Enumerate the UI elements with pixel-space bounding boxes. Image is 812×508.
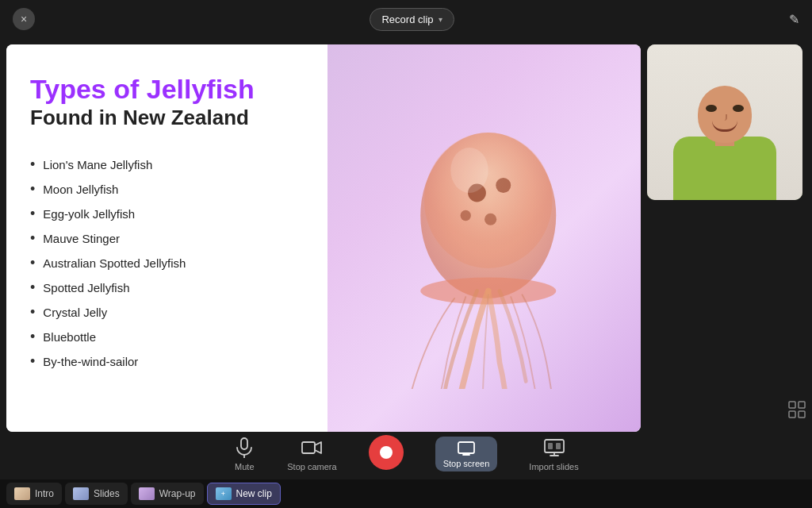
list-item: Egg-yolk Jellyfish <box>30 202 304 226</box>
strip-item-new-clip[interactable]: + New clip <box>207 483 281 505</box>
record-button-wrapper <box>369 435 404 473</box>
svg-rect-19 <box>548 443 553 449</box>
list-item: Australian Spotted Jellyfish <box>30 251 304 275</box>
new-clip-label: New clip <box>236 488 272 499</box>
bottom-toolbar: Mute Stop camera Stop screen <box>0 429 812 479</box>
wrapup-label: Wrap-up <box>159 488 196 499</box>
slide-title-sub: Found in New Zealand <box>30 106 304 130</box>
import-slides-button[interactable]: Import slides <box>529 437 578 471</box>
mute-button[interactable]: Mute <box>233 437 255 471</box>
slide-text-panel: Types of Jellyfish Found in New Zealand … <box>6 44 327 432</box>
svg-point-4 <box>485 214 496 225</box>
intro-label: Intro <box>35 488 54 499</box>
svg-rect-16 <box>545 440 564 452</box>
svg-point-3 <box>496 178 511 193</box>
jellyfish-list: Lion's Mane Jellyfish Moon Jellyfish Egg… <box>30 152 304 374</box>
list-item: Lion's Mane Jellyfish <box>30 152 304 177</box>
svg-rect-20 <box>556 443 561 449</box>
bottom-strip: Intro Slides Wrap-up + New clip <box>0 479 812 508</box>
record-button[interactable] <box>369 435 404 470</box>
record-button-inner <box>380 446 393 459</box>
mic-icon <box>233 437 255 459</box>
chevron-down-icon: ▾ <box>439 15 442 24</box>
grid-view-button[interactable] <box>788 401 806 422</box>
stop-screen-inner: Stop screen <box>435 437 498 471</box>
import-slides-label: Import slides <box>529 462 578 471</box>
camera-icon <box>301 437 323 459</box>
record-clip-label: Record clip <box>381 13 433 25</box>
slide-image-panel <box>327 44 641 432</box>
camera-view <box>647 44 802 200</box>
svg-rect-10 <box>789 411 795 418</box>
stop-camera-label: Stop camera <box>287 462 336 471</box>
strip-item-intro[interactable]: Intro <box>6 483 62 505</box>
svg-point-7 <box>450 148 488 193</box>
list-item: Crystal Jelly <box>30 300 304 325</box>
list-item: Spotted Jellyfish <box>30 275 304 300</box>
stop-camera-button[interactable]: Stop camera <box>287 437 336 471</box>
svg-rect-12 <box>241 438 247 449</box>
list-item: Bluebottle <box>30 325 304 349</box>
wrapup-thumbnail <box>139 487 155 500</box>
import-slides-icon <box>543 437 565 459</box>
strip-item-wrapup[interactable]: Wrap-up <box>131 483 204 505</box>
jellyfish-image <box>327 44 641 432</box>
screen-share-icon <box>458 440 475 457</box>
presentation-slide: Types of Jellyfish Found in New Zealand … <box>6 44 641 432</box>
svg-rect-9 <box>799 402 805 408</box>
svg-point-1 <box>424 133 553 268</box>
list-item: Moon Jellyfish <box>30 177 304 202</box>
slides-thumbnail <box>73 487 89 500</box>
mute-label: Mute <box>235 462 254 471</box>
svg-rect-8 <box>789 402 795 408</box>
svg-rect-14 <box>302 442 315 453</box>
svg-rect-11 <box>799 411 805 418</box>
slides-label: Slides <box>94 488 120 499</box>
record-clip-button[interactable]: Record clip ▾ <box>370 8 454 31</box>
edit-icon[interactable]: ✎ <box>789 12 799 27</box>
list-item: By-the-wind-sailor <box>30 349 304 374</box>
slide-title-colored: Types of Jellyfish <box>30 73 304 106</box>
strip-item-slides[interactable]: Slides <box>65 483 128 505</box>
stop-screen-button[interactable]: Stop screen <box>435 437 498 471</box>
stop-screen-label: Stop screen <box>443 459 490 468</box>
main-area: Types of Jellyfish Found in New Zealand … <box>0 38 812 429</box>
close-button[interactable]: × <box>13 8 35 30</box>
svg-rect-15 <box>458 442 474 453</box>
slide-title: Types of Jellyfish Found in New Zealand <box>30 73 304 130</box>
person-background <box>647 44 802 200</box>
intro-thumbnail <box>14 487 30 500</box>
list-item: Mauve Stinger <box>30 226 304 251</box>
svg-point-5 <box>460 210 470 221</box>
new-clip-thumbnail: + <box>216 487 232 500</box>
top-bar: × Record clip ▾ ✎ <box>0 0 812 38</box>
